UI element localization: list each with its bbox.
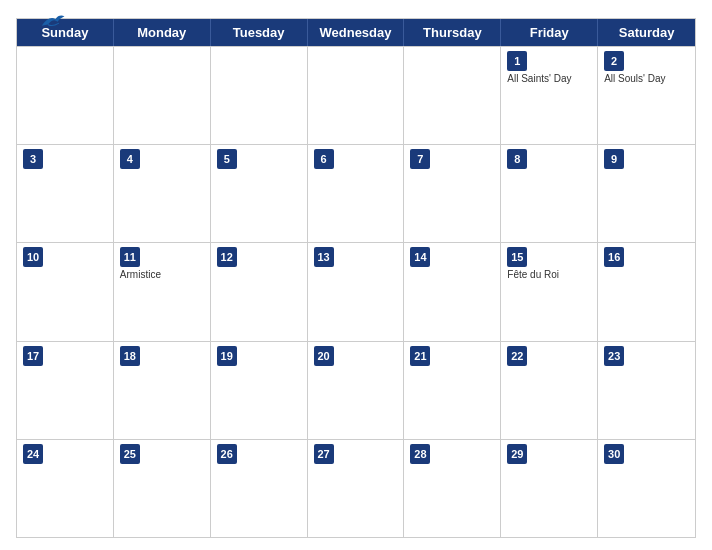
day-number: 26 xyxy=(217,444,237,464)
day-cell xyxy=(308,47,405,144)
day-cell: 7 xyxy=(404,145,501,242)
day-header-wednesday: Wednesday xyxy=(308,19,405,46)
day-number: 25 xyxy=(120,444,140,464)
day-cell: 24 xyxy=(17,440,114,537)
day-cell: 9 xyxy=(598,145,695,242)
day-number: 9 xyxy=(604,149,624,169)
day-number: 18 xyxy=(120,346,140,366)
day-cell: 19 xyxy=(211,342,308,439)
day-cell: 5 xyxy=(211,145,308,242)
day-header-monday: Monday xyxy=(114,19,211,46)
event-label: All Saints' Day xyxy=(507,73,591,85)
week-row-2: 3456789 xyxy=(17,144,695,242)
week-row-3: 1011Armistice12131415Fête du Roi16 xyxy=(17,242,695,340)
day-cell: 28 xyxy=(404,440,501,537)
day-header-saturday: Saturday xyxy=(598,19,695,46)
calendar-grid: SundayMondayTuesdayWednesdayThursdayFrid… xyxy=(16,18,696,538)
day-header-tuesday: Tuesday xyxy=(211,19,308,46)
day-cell xyxy=(404,47,501,144)
day-number: 17 xyxy=(23,346,43,366)
day-number: 12 xyxy=(217,247,237,267)
day-number: 27 xyxy=(314,444,334,464)
day-number: 30 xyxy=(604,444,624,464)
day-cell: 15Fête du Roi xyxy=(501,243,598,340)
day-cell xyxy=(211,47,308,144)
day-number: 7 xyxy=(410,149,430,169)
day-number: 8 xyxy=(507,149,527,169)
day-number: 20 xyxy=(314,346,334,366)
day-number: 10 xyxy=(23,247,43,267)
day-number: 14 xyxy=(410,247,430,267)
day-number: 13 xyxy=(314,247,334,267)
event-label: Armistice xyxy=(120,269,204,281)
week-row-4: 17181920212223 xyxy=(17,341,695,439)
day-number: 19 xyxy=(217,346,237,366)
day-number: 6 xyxy=(314,149,334,169)
day-number: 1 xyxy=(507,51,527,71)
day-cell: 29 xyxy=(501,440,598,537)
day-number: 24 xyxy=(23,444,43,464)
day-number: 23 xyxy=(604,346,624,366)
day-number: 5 xyxy=(217,149,237,169)
event-label: All Souls' Day xyxy=(604,73,689,85)
day-cell: 4 xyxy=(114,145,211,242)
day-cell: 14 xyxy=(404,243,501,340)
day-cell: 11Armistice xyxy=(114,243,211,340)
day-cell: 13 xyxy=(308,243,405,340)
day-cell: 30 xyxy=(598,440,695,537)
day-header-friday: Friday xyxy=(501,19,598,46)
day-headers-row: SundayMondayTuesdayWednesdayThursdayFrid… xyxy=(17,19,695,46)
day-number: 29 xyxy=(507,444,527,464)
day-cell: 23 xyxy=(598,342,695,439)
day-number: 11 xyxy=(120,247,140,267)
logo xyxy=(16,12,88,30)
day-cell: 8 xyxy=(501,145,598,242)
day-cell xyxy=(114,47,211,144)
day-number: 3 xyxy=(23,149,43,169)
day-cell: 6 xyxy=(308,145,405,242)
day-cell: 3 xyxy=(17,145,114,242)
day-header-thursday: Thursday xyxy=(404,19,501,46)
day-cell: 25 xyxy=(114,440,211,537)
day-number: 2 xyxy=(604,51,624,71)
week-row-5: 24252627282930 xyxy=(17,439,695,537)
day-cell: 18 xyxy=(114,342,211,439)
day-cell: 12 xyxy=(211,243,308,340)
day-cell xyxy=(17,47,114,144)
day-cell: 17 xyxy=(17,342,114,439)
day-number: 28 xyxy=(410,444,430,464)
day-cell: 1All Saints' Day xyxy=(501,47,598,144)
day-cell: 26 xyxy=(211,440,308,537)
day-cell: 22 xyxy=(501,342,598,439)
day-number: 16 xyxy=(604,247,624,267)
day-cell: 21 xyxy=(404,342,501,439)
day-number: 22 xyxy=(507,346,527,366)
day-cell: 20 xyxy=(308,342,405,439)
day-number: 21 xyxy=(410,346,430,366)
day-cell: 2All Souls' Day xyxy=(598,47,695,144)
day-number: 15 xyxy=(507,247,527,267)
event-label: Fête du Roi xyxy=(507,269,591,281)
day-cell: 16 xyxy=(598,243,695,340)
day-cell: 27 xyxy=(308,440,405,537)
logo-bird-icon xyxy=(38,12,66,30)
weeks-container: 1All Saints' Day2All Souls' Day345678910… xyxy=(17,46,695,537)
day-cell: 10 xyxy=(17,243,114,340)
day-number: 4 xyxy=(120,149,140,169)
week-row-1: 1All Saints' Day2All Souls' Day xyxy=(17,46,695,144)
